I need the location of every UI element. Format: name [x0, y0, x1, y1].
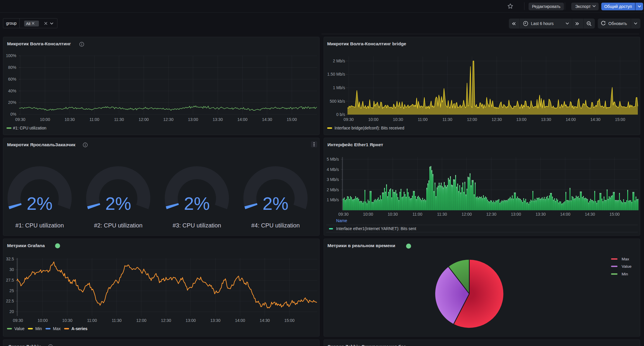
svg-text:13:00: 13:00 [186, 318, 196, 323]
svg-text:14:30: 14:30 [262, 117, 272, 122]
svg-text:Min: Min [622, 272, 628, 276]
svg-text:4 Mb/s: 4 Mb/s [327, 167, 339, 172]
svg-text:11:00: 11:00 [413, 212, 423, 217]
svg-text:09:30: 09:30 [15, 117, 26, 122]
svg-text:2%: 2% [105, 194, 131, 214]
svg-text:13:30: 13:30 [213, 117, 223, 122]
svg-text:12:00: 12:00 [462, 212, 472, 217]
svg-text:15:00: 15:00 [284, 318, 295, 323]
svg-text:11:30: 11:30 [114, 117, 124, 122]
svg-text:1 Mb/s: 1 Mb/s [333, 86, 345, 90]
svg-text:20: 20 [9, 310, 14, 314]
svg-text:12:30: 12:30 [492, 117, 502, 122]
svg-text:10:30: 10:30 [393, 117, 403, 122]
svg-text:80%: 80% [8, 65, 16, 70]
svg-text:14:00: 14:00 [560, 212, 570, 217]
svg-text:11:00: 11:00 [418, 117, 428, 122]
svg-text:14:30: 14:30 [590, 117, 601, 122]
svg-text:#4: CPU utilization: #4: CPU utilization [251, 222, 300, 229]
svg-text:Value: Value [622, 264, 632, 269]
svg-text:10:00: 10:00 [38, 318, 48, 323]
svg-text:Max: Max [622, 257, 629, 261]
svg-text:12:30: 12:30 [163, 117, 174, 122]
svg-text:11:30: 11:30 [437, 212, 447, 217]
svg-text:13:00: 13:00 [188, 117, 198, 122]
svg-text:14:30: 14:30 [260, 318, 270, 323]
svg-text:15:00: 15:00 [610, 212, 620, 217]
svg-text:32.5: 32.5 [6, 257, 14, 261]
svg-text:10:00: 10:00 [40, 117, 50, 122]
svg-text:A-series: A-series [72, 327, 88, 331]
svg-text:14:30: 14:30 [585, 212, 595, 217]
svg-text:20%: 20% [8, 100, 16, 105]
svg-text:25: 25 [9, 289, 14, 293]
svg-text:500 kb/s: 500 kb/s [330, 99, 345, 104]
svg-text:Value: Value [14, 327, 25, 331]
svg-text:12:00: 12:00 [467, 117, 477, 122]
svg-text:11:30: 11:30 [442, 117, 452, 122]
svg-text:10:30: 10:30 [64, 117, 75, 122]
svg-text:Max: Max [53, 327, 61, 331]
svg-text:30: 30 [9, 267, 14, 272]
svg-text:0%: 0% [10, 112, 16, 117]
svg-text:15:00: 15:00 [615, 117, 625, 122]
svg-text:2%: 2% [184, 194, 210, 214]
svg-text:13:00: 13:00 [516, 117, 527, 122]
svg-text:#2: CPU utilization: #2: CPU utilization [94, 222, 143, 229]
svg-text:14:00: 14:00 [235, 318, 245, 323]
svg-text:09:30: 09:30 [344, 117, 354, 122]
svg-text:Interface ether1(Internet YARN: Interface ether1(Internet YARNET): Bits … [336, 227, 416, 231]
svg-text:10:30: 10:30 [388, 212, 398, 217]
svg-text:14:00: 14:00 [237, 117, 248, 122]
svg-text:11:30: 11:30 [112, 318, 122, 323]
svg-text:Interface bridge(defconf): Bit: Interface bridge(defconf): Bits received [335, 126, 404, 130]
svg-text:09:30: 09:30 [338, 212, 349, 217]
svg-text:13:30: 13:30 [210, 318, 221, 323]
svg-text:Min: Min [35, 327, 42, 331]
svg-text:10:00: 10:00 [368, 117, 379, 122]
svg-text:5 Mb/s: 5 Mb/s [327, 157, 339, 162]
svg-text:12:30: 12:30 [161, 318, 171, 323]
svg-text:13:30: 13:30 [536, 212, 546, 217]
svg-text:1 Mb/s: 1 Mb/s [327, 198, 339, 202]
svg-text:#1: CPU utilization: #1: CPU utilization [13, 126, 47, 130]
svg-text:2 Mb/s: 2 Mb/s [333, 59, 345, 63]
svg-text:09:30: 09:30 [13, 318, 23, 323]
svg-text:Name: Name [336, 218, 347, 223]
svg-text:40%: 40% [8, 89, 16, 93]
svg-text:3 Mb/s: 3 Mb/s [327, 177, 339, 182]
svg-text:0 b/s: 0 b/s [336, 112, 345, 117]
svg-text:10:00: 10:00 [363, 212, 373, 217]
svg-text:11:00: 11:00 [87, 318, 97, 323]
svg-text:2%: 2% [27, 194, 52, 214]
svg-text:15:00: 15:00 [287, 117, 297, 122]
svg-text:60%: 60% [8, 77, 16, 81]
svg-text:2%: 2% [262, 194, 288, 214]
svg-text:13:30: 13:30 [541, 117, 551, 122]
svg-text:#3: CPU utilization: #3: CPU utilization [173, 222, 221, 229]
svg-text:12:00: 12:00 [139, 117, 149, 122]
svg-text:1.50 Mb/s: 1.50 Mb/s [327, 72, 345, 76]
svg-text:11:00: 11:00 [90, 117, 100, 122]
svg-text:2 Mb/s: 2 Mb/s [327, 188, 339, 192]
svg-text:12:30: 12:30 [486, 212, 496, 217]
svg-text:13:00: 13:00 [511, 212, 521, 217]
svg-text:10:30: 10:30 [62, 318, 72, 323]
svg-text:14:00: 14:00 [566, 117, 576, 122]
svg-text:12:00: 12:00 [136, 318, 147, 323]
svg-text:27.5: 27.5 [6, 278, 14, 282]
svg-text:100%: 100% [6, 54, 16, 58]
svg-text:#1: CPU utilization: #1: CPU utilization [15, 222, 64, 229]
svg-text:22.5: 22.5 [6, 299, 14, 303]
